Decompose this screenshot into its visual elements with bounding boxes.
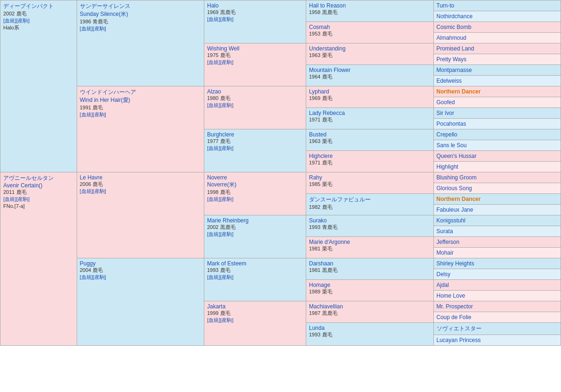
- avenir-fno: FNo.[7-a]: [3, 203, 25, 209]
- highclere-year: 1971 鹿毛: [309, 160, 332, 165]
- ajdal-cell: Ajdal: [433, 280, 561, 291]
- home-love-name: Home Love: [437, 292, 465, 299]
- wishing-well-links[interactable]: [血統][産駒]: [207, 59, 233, 65]
- wind-name-en: Wind in Her Hair(愛): [80, 97, 130, 103]
- danseur-fabuleux-cell: ダンスールファビュルー 1982 鹿毛: [306, 194, 434, 215]
- puggy-year: 2004 鹿毛: [80, 267, 103, 273]
- avenir-name-en: Avenir Certain(): [3, 182, 43, 189]
- glorious-song-cell: Glorious Song: [433, 183, 561, 194]
- alzao-cell: Alzao 1980 鹿毛 [血統][産駒]: [204, 86, 306, 129]
- jefferson-name: Jefferson: [437, 239, 460, 245]
- konigsstuhl-name: Konigsstuhl: [437, 217, 466, 224]
- pocahontas-cell: Pocahontas: [433, 119, 561, 129]
- noverre-year: 1998 鹿毛: [207, 189, 230, 195]
- machiavellian-cell: Machiavellian 1987 黒鹿毛: [306, 301, 434, 323]
- nothirdchance-cell: Nothirdchance: [433, 11, 561, 22]
- jakarta-name: Jakarta: [207, 303, 225, 310]
- sunday-silence-year: 1986 青鹿毛: [80, 19, 108, 24]
- sir-ivor-cell: Sir Ivor: [433, 108, 561, 119]
- mark-of-esteem-links[interactable]: [血統][産駒]: [207, 274, 233, 280]
- puggy-links[interactable]: [血統][産駒]: [80, 274, 106, 280]
- coup-de-folie-name: Coup de Folie: [437, 314, 472, 321]
- lyphard-name: Lyphard: [309, 88, 329, 95]
- lucayan-princess-name: Lucayan Princess: [437, 337, 481, 343]
- halo-year: 1969 黒鹿毛: [207, 9, 236, 15]
- understanding-name: Understanding: [309, 45, 345, 52]
- homage-cell: Homage 1989 栗毛: [306, 280, 434, 301]
- sans-le-sou-cell: Sans le Sou: [433, 140, 561, 151]
- glorious-song-name: Glorious Song: [437, 185, 472, 192]
- halo-links[interactable]: [血統][産駒]: [207, 16, 233, 22]
- jakarta-year: 1999 鹿毛: [207, 310, 230, 316]
- understanding-cell: Understanding 1963 栗毛: [306, 43, 434, 65]
- lyphard-year: 1969 鹿毛: [309, 95, 332, 101]
- mohair-name: Mohair: [437, 249, 454, 256]
- promised-land-name: Promised Land: [437, 45, 475, 52]
- marie-rheinberg-links[interactable]: [血統][産駒]: [207, 231, 233, 237]
- lyphard-cell: Lyphard 1969 鹿毛: [306, 86, 434, 108]
- jakarta-cell: Jakarta 1999 鹿毛 [血統][産駒]: [204, 301, 306, 346]
- deep-impact-name-jp: ディープインパクト: [3, 3, 54, 9]
- avenir-links[interactable]: [血統][産駒]: [3, 196, 29, 202]
- fabuleux-jane-cell: Fabuleux Jane: [433, 205, 561, 215]
- burghclere-year: 1977 鹿毛: [207, 138, 230, 144]
- alzao-name: Alzao: [207, 88, 221, 95]
- noverre-name2: Noverre(米): [207, 181, 237, 188]
- darshaan-name: Darshaan: [309, 260, 333, 267]
- mountain-flower-cell: Mountain Flower 1964 鹿毛: [306, 65, 434, 86]
- wind-in-her-hair-cell: ウインドインハーヘア Wind in Her Hair(愛) 1991 鹿毛 […: [77, 86, 204, 172]
- sunday-silence-name-jp: サンデーサイレンス: [80, 3, 130, 9]
- homage-name: Homage: [309, 282, 330, 288]
- wishing-well-year: 1975 鹿毛: [207, 52, 230, 58]
- le-havre-cell: Le Havre 2006 鹿毛 [血統][産駒]: [77, 172, 204, 258]
- mountain-flower-year: 1964 鹿毛: [309, 74, 332, 79]
- wind-links[interactable]: [血統][産駒]: [80, 112, 106, 117]
- wind-name-jp: ウインドインハーヘア: [80, 89, 136, 95]
- le-havre-name: Le Havre: [80, 174, 103, 181]
- busted-cell: Busted 1963 栗毛: [306, 129, 434, 151]
- le-havre-year: 2006 鹿毛: [80, 181, 103, 187]
- busted-year: 1963 栗毛: [309, 138, 332, 144]
- montparnasse-cell: Montparnasse: [433, 65, 561, 76]
- puggy-name: Puggy: [80, 260, 96, 267]
- turn-to-name: Turn-to: [437, 2, 454, 9]
- northern-dancer-1-name: Northern Dancer: [437, 88, 481, 95]
- jakarta-links[interactable]: [血統][産駒]: [207, 317, 233, 323]
- mountain-flower-name: Mountain Flower: [309, 67, 351, 73]
- pedigree-table: ディープインパクト 2002 鹿毛 [血統][産駒] Halo系 サンデーサイレ…: [0, 0, 561, 346]
- shirley-heights-cell: Shirley Heights: [433, 258, 561, 269]
- cosmic-bomb-cell: Cosmic Bomb: [433, 22, 561, 33]
- lunda-cell: Lunda 1993 鹿毛: [306, 323, 434, 346]
- burghclere-links[interactable]: [血統][産駒]: [207, 145, 233, 151]
- alzao-links[interactable]: [血統][産駒]: [207, 102, 233, 108]
- konigsstuhl-cell: Konigsstuhl: [433, 215, 561, 226]
- mr-prospector-cell: Mr. Prospector: [433, 301, 561, 312]
- queens-hussar-cell: Queen's Hussar: [433, 151, 561, 162]
- mark-of-esteem-cell: Mark of Esteem 1993 鹿毛 [血統][産駒]: [204, 258, 306, 301]
- crepello-cell: Crepello: [433, 129, 561, 140]
- soviet-star-cell: ソヴィエトスター: [433, 323, 561, 335]
- lunda-name: Lunda: [309, 325, 324, 331]
- rahy-name: Rahy: [309, 174, 322, 181]
- danseur-year: 1982 鹿毛: [309, 204, 332, 210]
- avenir-name-jp: アヴニールセルタン: [3, 175, 54, 181]
- mr-prospector-name: Mr. Prospector: [437, 303, 473, 310]
- lunda-year: 1993 鹿毛: [309, 332, 332, 337]
- cosmah-cell: Cosmah 1953 鹿毛: [306, 22, 434, 43]
- deep-impact-links[interactable]: [血統][産駒]: [3, 18, 29, 23]
- coup-de-folie-cell: Coup de Folie: [433, 312, 561, 323]
- nothirdchance-name: Nothirdchance: [437, 13, 473, 20]
- rahy-year: 1985 栗毛: [309, 181, 332, 187]
- noverre-cell: Noverre Noverre(米) 1998 鹿毛 [血統][産駒]: [204, 172, 306, 215]
- goofed-cell: Goofed: [433, 97, 561, 108]
- ajdal-name: Ajdal: [437, 282, 449, 288]
- sunday-silence-links[interactable]: [血統][産駒]: [80, 26, 106, 31]
- deep-impact-system: Halo系: [3, 25, 19, 30]
- le-havre-links[interactable]: [血統][産駒]: [80, 188, 106, 194]
- pretty-ways-name: Pretty Ways: [437, 56, 467, 63]
- danseur-name-jp: ダンスールファビュルー: [309, 196, 371, 203]
- marie-rheinberg-name: Marie Rheinberg: [207, 217, 249, 224]
- alzao-year: 1980 鹿毛: [207, 95, 230, 101]
- noverre-links[interactable]: [血統][産駒]: [207, 196, 233, 202]
- lady-rebecca-year: 1971 鹿毛: [309, 117, 332, 122]
